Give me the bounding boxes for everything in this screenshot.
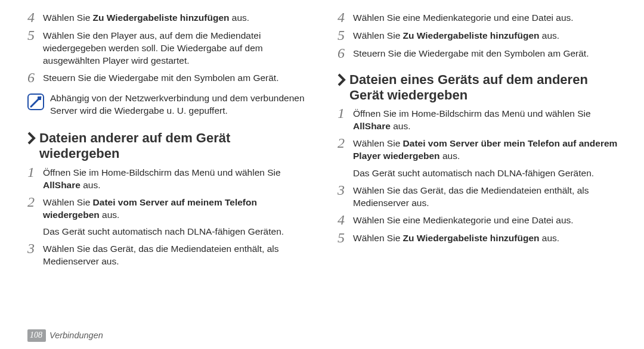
- step-number: 2: [338, 136, 353, 151]
- step-item: 5 Wählen Sie Zu Wiedergabeliste hinzufüg…: [338, 29, 621, 43]
- step-text: Öffnen Sie im Home-Bildschirm das Menü u…: [353, 107, 621, 133]
- step-text: Wählen Sie Datei vom Server über mein Te…: [353, 136, 621, 163]
- text: aus.: [540, 30, 560, 40]
- step-item: 1 Öffnen Sie im Home-Bildschirm das Menü…: [338, 107, 621, 133]
- step-text: Wählen Sie eine Medienkategorie und eine…: [353, 11, 621, 24]
- step-text: Wählen Sie das Gerät, das die Mediendate…: [43, 242, 311, 268]
- step-number: 6: [27, 70, 43, 85]
- step-number: 1: [27, 165, 43, 180]
- text: Öffnen Sie im Home-Bildschirm das Menü u…: [353, 108, 591, 119]
- text: aus.: [540, 233, 560, 243]
- note-text: Abhängig von der Netzwerkverbindung und …: [50, 92, 311, 117]
- step-text: Wählen Sie den Player aus, auf dem die M…: [43, 29, 311, 67]
- step-text: Steuern Sie die Wiedergabe mit den Symbo…: [353, 46, 621, 60]
- step-number: 3: [338, 183, 353, 198]
- text: aus.: [391, 121, 411, 131]
- step-number: 4: [338, 10, 353, 25]
- info-note: Abhängig von der Netzwerkverbindung und …: [27, 92, 311, 117]
- text: Öffnen Sie im Home-Bildschirm das Menü u…: [43, 167, 281, 177]
- step-subtext: Das Gerät sucht automatisch nach DLNA-fä…: [353, 167, 621, 180]
- step-item: 5 Wählen Sie Zu Wiedergabeliste hinzufüg…: [338, 231, 621, 245]
- step-item: 3 Wählen Sie das Gerät, das die Medienda…: [27, 242, 311, 268]
- right-column: 4 Wählen Sie eine Medienkategorie und ei…: [338, 11, 621, 325]
- chevron-right-icon: [338, 73, 346, 86]
- step-text: Wählen Sie Datei vom Server auf meinem T…: [43, 195, 311, 222]
- step-item: 6 Steuern Sie die Wiedergabe mit den Sym…: [27, 71, 311, 85]
- step-number: 2: [27, 195, 43, 210]
- step-number: 4: [27, 10, 43, 25]
- step-text: Wählen Sie eine Medienkategorie und eine…: [353, 213, 621, 227]
- page-footer: 108 Verbindungen: [27, 329, 621, 342]
- text: Wählen Sie: [43, 13, 93, 23]
- step-number: 6: [338, 46, 353, 61]
- step-text: Steuern Sie die Wiedergabe mit den Symbo…: [43, 71, 311, 85]
- footer-section: Verbindungen: [49, 330, 103, 342]
- step-number: 4: [338, 213, 353, 228]
- step-number: 5: [27, 28, 43, 43]
- chevron-right-icon: [27, 132, 36, 145]
- step-item: 4 Wählen Sie eine Medienkategorie und ei…: [338, 213, 621, 228]
- step-text: Wählen Sie das Gerät, das die Mediendate…: [353, 183, 621, 210]
- step-item: 4 Wählen Sie eine Medienkategorie und ei…: [338, 11, 621, 25]
- step-number: 1: [338, 106, 353, 121]
- step-subtext: Das Gerät sucht automatisch nach DLNA-fä…: [43, 226, 311, 238]
- step-item: 1 Öffnen Sie im Home-Bildschirm das Menü…: [27, 166, 311, 192]
- section-heading: Dateien anderer auf dem Gerät wiedergebe…: [27, 130, 311, 162]
- bold-text: AllShare: [43, 180, 80, 190]
- step-item: 2 Wählen Sie Datei vom Server über mein …: [338, 136, 621, 163]
- left-column: 4 Wählen Sie Zu Wiedergabeliste hinzufüg…: [27, 11, 311, 325]
- svg-rect-2: [38, 96, 41, 100]
- text: aus.: [80, 180, 101, 190]
- note-icon: [27, 94, 44, 110]
- step-text: Wählen Sie Zu Wiedergabeliste hinzufügen…: [353, 231, 621, 245]
- step-item: 6 Steuern Sie die Wiedergabe mit den Sym…: [338, 46, 621, 61]
- bold-text: Zu Wiedergabeliste hinzufügen: [403, 233, 540, 243]
- bold-text: Zu Wiedergabeliste hinzufügen: [403, 30, 540, 40]
- step-text: Wählen Sie Zu Wiedergabeliste hinzufügen…: [353, 29, 621, 42]
- text: aus.: [230, 13, 250, 23]
- bold-text: AllShare: [353, 121, 391, 131]
- step-text: Wählen Sie Zu Wiedergabeliste hinzufügen…: [43, 11, 311, 24]
- heading-text: Dateien anderer auf dem Gerät wiedergebe…: [39, 130, 311, 162]
- page-number: 108: [27, 329, 46, 342]
- step-item: 3 Wählen Sie das Gerät, das die Medienda…: [338, 183, 621, 210]
- step-number: 3: [27, 241, 43, 256]
- bold-text: Zu Wiedergabeliste hinzufügen: [93, 13, 230, 23]
- text: Wählen Sie: [353, 30, 403, 40]
- step-item: 5 Wählen Sie den Player aus, auf dem die…: [27, 29, 311, 67]
- step-number: 5: [338, 28, 353, 43]
- text: Wählen Sie: [353, 138, 403, 148]
- step-text: Öffnen Sie im Home-Bildschirm das Menü u…: [43, 166, 311, 192]
- section-heading: Dateien eines Geräts auf dem anderen Ger…: [338, 72, 621, 104]
- text: aus.: [440, 151, 460, 161]
- heading-text: Dateien eines Geräts auf dem anderen Ger…: [349, 72, 621, 104]
- text: aus.: [100, 210, 120, 220]
- text: Wählen Sie: [43, 197, 93, 207]
- step-item: 4 Wählen Sie Zu Wiedergabeliste hinzufüg…: [27, 11, 311, 25]
- step-number: 5: [338, 230, 353, 245]
- text: Wählen Sie: [353, 233, 403, 243]
- step-item: 2 Wählen Sie Datei vom Server auf meinem…: [27, 195, 311, 222]
